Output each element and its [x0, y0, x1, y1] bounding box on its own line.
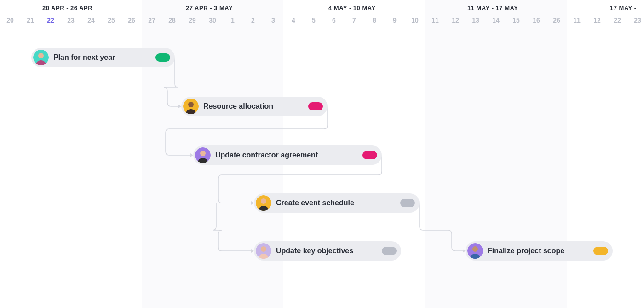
task-bar-update-key-objectives[interactable]: Update key objectives	[254, 241, 401, 261]
status-pill[interactable]	[593, 247, 608, 255]
assignee-avatar[interactable]	[256, 195, 271, 211]
svg-point-5	[200, 151, 206, 156]
task-title: Update contractor agreement	[215, 151, 318, 159]
assignee-avatar[interactable]	[183, 99, 199, 114]
tasks-layer: Plan for next yearResource allocationUpd…	[0, 28, 644, 308]
week-range-label: 4 MAY - 10 MAY	[328, 5, 376, 12]
day-number[interactable]: 11	[567, 17, 587, 24]
day-number[interactable]: 24	[81, 17, 101, 24]
day-number[interactable]: 16	[526, 17, 546, 24]
day-number[interactable]: 6	[324, 17, 344, 24]
timeline-day-row: 2021222324252627282930123456789101112131…	[0, 17, 644, 28]
task-title: Create event schedule	[276, 199, 354, 207]
day-number[interactable]: 11	[425, 17, 445, 24]
day-number[interactable]: 10	[405, 17, 425, 24]
day-number[interactable]: 22	[607, 17, 627, 24]
status-pill[interactable]	[382, 247, 397, 255]
task-bar-finalize-project-scope[interactable]: Finalize project scope	[466, 241, 613, 261]
day-number[interactable]: 26	[546, 17, 567, 24]
task-bar-plan-next-year[interactable]: Plan for next year	[31, 48, 175, 67]
day-number[interactable]: 27	[142, 17, 162, 24]
day-number[interactable]: 29	[182, 17, 202, 24]
week-range-label: 27 APR - 3 MAY	[186, 5, 233, 12]
day-number[interactable]: 13	[466, 17, 486, 24]
day-number[interactable]: 30	[202, 17, 223, 24]
day-number[interactable]: 20	[0, 17, 20, 24]
assignee-avatar[interactable]	[195, 147, 211, 163]
day-number[interactable]: 15	[506, 17, 526, 24]
status-pill[interactable]	[400, 199, 415, 207]
day-number[interactable]: 12	[445, 17, 466, 24]
day-number[interactable]: 23	[627, 17, 644, 24]
day-number[interactable]: 8	[364, 17, 385, 24]
day-number[interactable]: 14	[486, 17, 506, 24]
task-bar-update-contractor-agreement[interactable]: Update contractor agreement	[193, 145, 382, 165]
week-range-label: 20 APR - 26 APR	[42, 5, 92, 12]
day-number[interactable]: 1	[223, 17, 243, 24]
svg-point-11	[472, 246, 478, 252]
day-number[interactable]: 2	[243, 17, 263, 24]
day-number[interactable]: 4	[283, 17, 304, 24]
day-number[interactable]: 21	[20, 17, 40, 24]
assignee-avatar[interactable]	[467, 243, 483, 259]
week-range-label: 17 MAY -	[610, 5, 636, 12]
task-title: Finalize project scope	[488, 247, 564, 255]
assignee-avatar[interactable]	[33, 50, 49, 65]
week-range-label: 11 MAY - 17 MAY	[467, 5, 518, 12]
status-pill[interactable]	[308, 102, 323, 110]
day-number[interactable]: 7	[344, 17, 364, 24]
svg-point-9	[261, 246, 266, 252]
day-number[interactable]: 5	[304, 17, 324, 24]
day-number[interactable]: 25	[101, 17, 121, 24]
timeline-header: 2021222324252627282930123456789101112131…	[0, 0, 644, 28]
day-number[interactable]: 26	[121, 17, 142, 24]
assignee-avatar[interactable]	[256, 243, 271, 259]
day-number[interactable]: 12	[587, 17, 607, 24]
status-pill[interactable]	[362, 151, 377, 159]
day-number[interactable]: 3	[263, 17, 283, 24]
svg-point-1	[38, 53, 44, 58]
task-title: Plan for next year	[53, 53, 115, 62]
day-number-today[interactable]: 22	[40, 17, 61, 24]
day-number[interactable]: 9	[385, 17, 405, 24]
svg-point-7	[261, 198, 266, 204]
day-number[interactable]: 23	[61, 17, 81, 24]
status-pill[interactable]	[155, 53, 170, 62]
task-bar-resource-allocation[interactable]: Resource allocation	[181, 97, 328, 116]
task-title: Update key objectives	[276, 247, 353, 255]
day-number[interactable]: 28	[162, 17, 182, 24]
task-bar-create-event-schedule[interactable]: Create event schedule	[254, 193, 420, 213]
svg-point-3	[188, 102, 194, 107]
task-title: Resource allocation	[203, 102, 273, 110]
